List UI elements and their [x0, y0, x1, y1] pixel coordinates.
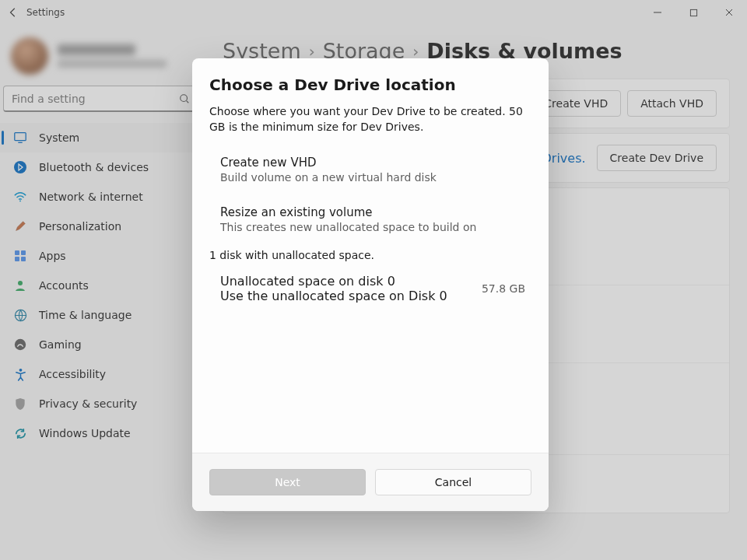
- option-resize-volume[interactable]: Resize an existing volume This creates n…: [209, 199, 531, 240]
- option-title: Create new VHD: [220, 156, 531, 170]
- option-desc: Build volume on a new virtual hard disk: [220, 171, 531, 184]
- option-unallocated-disk-0[interactable]: Unallocated space on disk 0 Use the unal…: [209, 269, 531, 308]
- option-desc: This creates new unallocated space to bu…: [220, 221, 531, 233]
- disk-option-desc: Use the unallocated space on Disk 0: [220, 289, 474, 303]
- dev-drive-location-dialog: Choose a Dev Drive location Choose where…: [192, 58, 549, 511]
- option-create-new-vhd[interactable]: Create new VHD Build volume on a new vir…: [209, 149, 531, 190]
- disk-option-title: Unallocated space on disk 0: [220, 274, 474, 289]
- cancel-button[interactable]: Cancel: [375, 469, 531, 495]
- dialog-description: Choose where you want your Dev Drive to …: [209, 103, 531, 135]
- dialog-title: Choose a Dev Drive location: [209, 75, 531, 94]
- disk-option-size: 57.8 GB: [482, 282, 525, 295]
- option-title: Resize an existing volume: [220, 205, 531, 219]
- next-button[interactable]: Next: [209, 469, 366, 495]
- unallocated-section-label: 1 disk with unallocated space.: [209, 249, 531, 261]
